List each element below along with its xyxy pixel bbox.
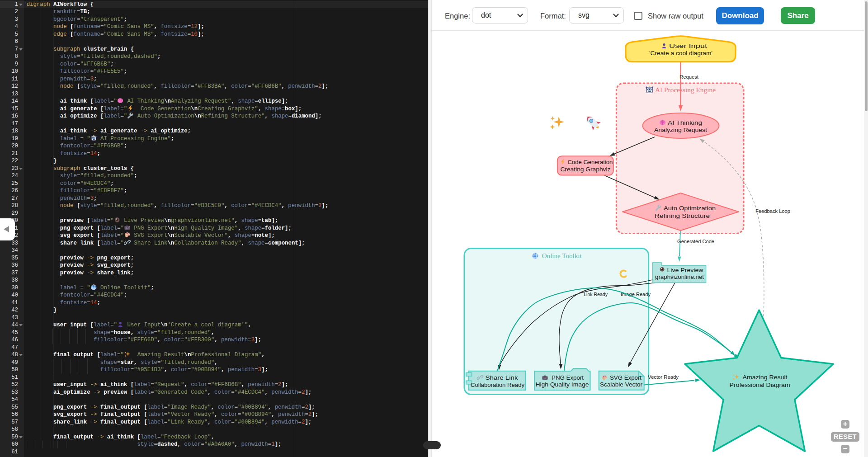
svg-text:Auto Optimization: Auto Optimization [664,205,716,212]
svg-text:Feedback Loop: Feedback Loop [755,208,790,214]
svg-text:Professional Diagram: Professional Diagram [730,382,790,388]
svg-text:Share Link: Share Link [486,375,519,381]
svg-text:Code Generation: Code Generation [567,159,613,165]
svg-text:Link Ready: Link Ready [584,292,608,297]
svg-text:Amazing Result: Amazing Result [743,374,788,381]
svg-text:AI Thinking: AI Thinking [668,120,702,126]
svg-text:SVG Export: SVG Export [610,375,642,381]
svg-text:PNG Export: PNG Export [552,375,584,381]
svg-text:Analyzing Request: Analyzing Request [654,127,708,133]
svg-text:Live Preview: Live Preview [667,267,704,273]
svg-text:Scalable Vector: Scalable Vector [600,382,642,388]
svg-text:Collaboration Ready: Collaboration Ready [471,382,525,388]
svg-text:Refining Structure: Refining Structure [655,213,710,219]
svg-text:'Create a cool diagram': 'Create a cool diagram' [649,50,712,57]
svg-text:High Quality Image: High Quality Image [535,382,589,388]
svg-text:AI Processing Engine: AI Processing Engine [655,86,716,94]
svg-text:Creating Graphviz: Creating Graphviz [560,166,610,173]
svg-text:User Input: User Input [669,43,708,49]
svg-text:graphvizonline.net: graphvizonline.net [655,274,704,280]
svg-text:Image Ready: Image Ready [621,292,651,297]
svg-text:Generated Code: Generated Code [677,239,714,244]
svg-text:Request: Request [679,74,698,80]
svg-text:Online Toolkit: Online Toolkit [542,252,582,259]
svg-text:Vector Ready: Vector Ready [648,374,679,380]
